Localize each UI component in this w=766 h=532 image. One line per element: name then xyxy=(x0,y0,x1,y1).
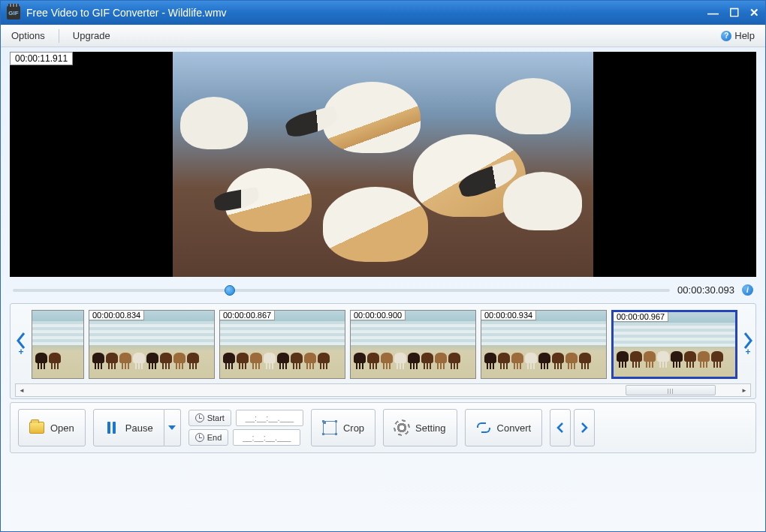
clock-icon xyxy=(195,433,204,442)
menu-upgrade[interactable]: Upgrade xyxy=(73,30,110,41)
next-button[interactable] xyxy=(574,409,595,446)
frame-timestamp: 00:00:00.867 xyxy=(220,311,275,320)
frames-panel: + 00:00:00.834 00:00:00.867 00:0 xyxy=(10,303,756,399)
pause-icon xyxy=(107,422,116,434)
app-icon: GIF xyxy=(7,6,20,20)
chevron-down-icon xyxy=(168,425,176,430)
end-time-input[interactable]: __:__:__.___ xyxy=(233,429,300,446)
frame-timestamp: 00:00:00.934 xyxy=(481,311,536,320)
menu-help[interactable]: ? Help xyxy=(721,30,755,41)
frame-timestamp: 00:00:00.967 xyxy=(614,312,668,322)
menu-options[interactable]: Options xyxy=(11,30,45,41)
end-time-button[interactable]: End xyxy=(188,429,229,446)
crop-button[interactable]: Crop xyxy=(311,409,375,446)
frame-thumbnail[interactable]: 00:00:00.900 xyxy=(350,310,476,379)
help-label: Help xyxy=(734,30,755,41)
window-title: Free Video to GIF Converter - Wildlife.w… xyxy=(26,7,707,19)
start-time-button[interactable]: Start xyxy=(188,410,231,426)
convert-label: Convert xyxy=(497,422,532,434)
open-label: Open xyxy=(50,422,74,434)
end-label: End xyxy=(207,433,222,442)
app-window: GIF Free Video to GIF Converter - Wildli… xyxy=(0,0,766,532)
video-duration: 00:00:30.093 xyxy=(677,284,734,296)
help-icon: ? xyxy=(721,31,731,41)
frame-thumbnail-selected[interactable]: 00:00:00.967 xyxy=(611,310,737,379)
pause-button[interactable]: Pause xyxy=(93,409,164,446)
scroll-left-icon[interactable]: ◄ xyxy=(16,384,28,396)
close-icon[interactable]: ✕ xyxy=(749,6,759,20)
gear-icon xyxy=(395,421,409,434)
seek-thumb[interactable] xyxy=(225,285,235,296)
seek-slider[interactable] xyxy=(13,289,670,292)
pause-label: Pause xyxy=(125,422,153,434)
scrollbar-handle[interactable]: ||| xyxy=(626,385,716,395)
setting-button[interactable]: Setting xyxy=(383,409,457,446)
scroll-right-icon[interactable]: ► xyxy=(738,384,750,396)
start-time-input[interactable]: __:__:__.___ xyxy=(236,410,303,426)
prev-button[interactable] xyxy=(550,409,571,446)
crop-icon xyxy=(323,421,336,434)
frames-prev-button[interactable]: + xyxy=(15,311,27,378)
minimize-icon[interactable]: — xyxy=(707,7,719,20)
frame-thumbnail[interactable]: 00:00:00.834 xyxy=(89,310,215,379)
crop-label: Crop xyxy=(343,422,364,434)
video-frame xyxy=(173,52,593,277)
menubar: Options Upgrade ? Help xyxy=(1,25,765,47)
video-preview-area[interactable]: 00:00:11.911 xyxy=(10,52,756,277)
maximize-icon[interactable]: ☐ xyxy=(729,6,739,20)
chevron-left-icon xyxy=(556,422,564,433)
current-timestamp: 00:00:11.911 xyxy=(10,52,73,65)
setting-label: Setting xyxy=(415,422,445,434)
clock-icon xyxy=(195,413,204,422)
convert-icon xyxy=(477,421,490,434)
titlebar: GIF Free Video to GIF Converter - Wildli… xyxy=(1,1,765,25)
start-label: Start xyxy=(207,413,225,422)
bottom-toolbar: Open Pause Start __:__:__.___ xyxy=(10,402,756,453)
frame-thumbnail[interactable]: 00:00:00.867 xyxy=(219,310,345,379)
folder-icon xyxy=(29,422,44,434)
convert-button[interactable]: Convert xyxy=(465,409,543,446)
open-button[interactable]: Open xyxy=(18,409,86,446)
frame-timestamp: 00:00:00.900 xyxy=(351,311,406,320)
frame-thumbnail[interactable]: 00:00:00.934 xyxy=(481,310,607,379)
menu-separator xyxy=(59,29,59,43)
frame-timestamp: 00:00:00.834 xyxy=(89,311,144,320)
frames-scrollbar[interactable]: ◄ ||| ► xyxy=(15,383,751,397)
info-icon[interactable]: i xyxy=(742,284,753,296)
frame-thumbnail[interactable] xyxy=(32,310,84,379)
chevron-right-icon xyxy=(581,422,588,433)
pause-dropdown-button[interactable] xyxy=(164,409,181,446)
frames-next-button[interactable]: + xyxy=(742,311,754,378)
